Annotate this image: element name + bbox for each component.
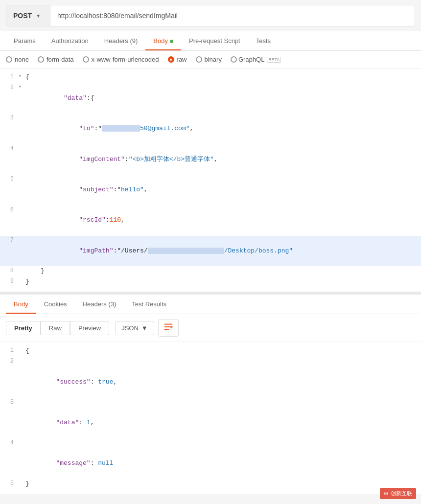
radio-circle-binary	[196, 56, 202, 63]
code-line-5: 5 "subject":"hello",	[0, 175, 421, 205]
tab-authorization[interactable]: Authorization	[44, 31, 96, 50]
request-tabs-bar: Params Authorization Headers (9) Body Pr…	[0, 31, 421, 51]
response-panel: Body Cookies Headers (3) Test Results Pr…	[0, 295, 421, 494]
body-type-bar: none form-data x-www-form-urlencoded raw…	[0, 51, 421, 69]
resp-line-1: 1 {	[0, 346, 421, 357]
radio-circle-urlencoded	[83, 56, 89, 63]
code-line-6: 6 "rscId":110,	[0, 206, 421, 236]
code-line-9: 9 }	[0, 277, 421, 288]
tab-body[interactable]: Body	[145, 31, 181, 50]
response-tab-cookies[interactable]: Cookies	[36, 295, 75, 314]
format-pretty-btn[interactable]: Pretty	[6, 321, 41, 335]
radio-binary[interactable]: binary	[196, 56, 222, 63]
code-line-7: 7 "imgPath":"/Users/ /Desktop/boss.png"	[0, 236, 421, 266]
beta-badge: BETA	[267, 57, 281, 63]
radio-graphql[interactable]: GraphQL BETA	[231, 56, 281, 63]
tab-headers[interactable]: Headers (9)	[96, 31, 146, 50]
body-active-dot	[170, 40, 173, 43]
resp-line-3: 3 "data": 1,	[0, 398, 421, 438]
code-line-1: 1 ▾ {	[0, 72, 421, 83]
response-tabs-bar: Body Cookies Headers (3) Test Results	[0, 295, 421, 314]
format-json-dropdown[interactable]: JSON ▼	[115, 321, 154, 335]
response-tab-body[interactable]: Body	[6, 295, 36, 314]
watermark: ⊗ 创新互联	[380, 488, 416, 499]
watermark-text: 创新互联	[391, 490, 412, 497]
radio-form-data[interactable]: form-data	[38, 56, 74, 63]
url-bar: POST ▼	[6, 5, 415, 26]
watermark-icon: ⊗	[384, 490, 388, 497]
method-chevron: ▼	[36, 13, 41, 19]
radio-none[interactable]: none	[6, 56, 29, 63]
response-code-editor: 1 { 2 "success": true, 3 "data": 1, 4	[0, 342, 421, 494]
code-line-4: 4 "imgContent":"<b>加粗字体</b>普通字体",	[0, 144, 421, 175]
radio-circle-form-data	[38, 56, 44, 63]
url-input[interactable]	[50, 12, 415, 20]
tab-tests[interactable]: Tests	[248, 31, 279, 50]
wrap-icon-button[interactable]	[158, 319, 179, 337]
request-code-editor[interactable]: 1 ▾ { 2 ▾ "data":{ 3 "to":" 50@gmail.com…	[0, 69, 421, 295]
radio-urlencoded[interactable]: x-www-form-urlencoded	[83, 56, 159, 63]
response-tab-test-results[interactable]: Test Results	[124, 295, 174, 314]
response-tab-headers[interactable]: Headers (3)	[75, 295, 124, 314]
radio-circle-none	[6, 56, 12, 63]
format-bar: Pretty Raw Preview JSON ▼	[0, 314, 421, 342]
dropdown-chevron-icon: ▼	[141, 324, 148, 332]
code-line-3: 3 "to":" 50@gmail.com",	[0, 114, 421, 144]
method-label: POST	[13, 12, 32, 20]
format-raw-btn[interactable]: Raw	[41, 321, 70, 335]
radio-circle-raw	[168, 56, 174, 63]
code-line-2: 2 ▾ "data":{	[0, 83, 421, 114]
format-preview-btn[interactable]: Preview	[70, 321, 109, 335]
radio-raw[interactable]: raw	[168, 56, 187, 63]
wrap-icon	[164, 322, 173, 333]
code-line-8: 8 }	[0, 266, 421, 277]
tab-params[interactable]: Params	[6, 31, 44, 50]
tab-prerequest[interactable]: Pre-request Script	[181, 31, 248, 50]
method-dropdown[interactable]: POST ▼	[6, 5, 50, 26]
radio-circle-graphql	[231, 56, 237, 63]
resp-line-5: 5 }	[0, 479, 421, 490]
resp-line-4: 4 "message": null	[0, 438, 421, 479]
resp-line-2: 2 "success": true,	[0, 357, 421, 397]
